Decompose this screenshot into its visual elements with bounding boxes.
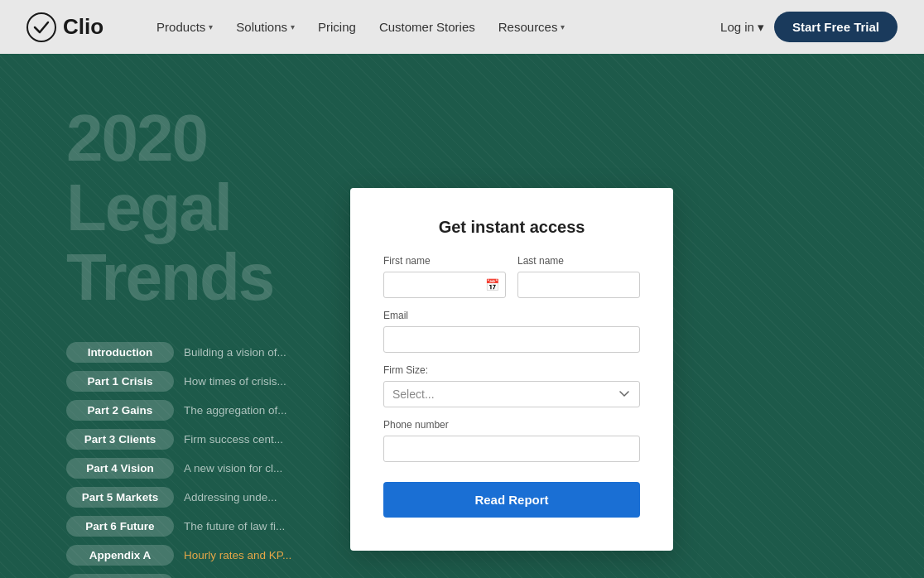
phone-input[interactable]: [383, 436, 640, 462]
hero-content: 2020 Legal Trends Introduction Building …: [0, 54, 356, 578]
nav-links: Products ▾ Solutions ▾ Pricing Customer …: [147, 13, 697, 41]
nav-pricing[interactable]: Pricing: [308, 13, 366, 41]
first-name-label: First name: [383, 255, 506, 267]
read-report-button[interactable]: Read Report: [383, 482, 640, 518]
phone-label: Phone number: [383, 419, 640, 431]
toc-badge-part4[interactable]: Part 4 Vision: [66, 458, 174, 479]
logo[interactable]: Clio: [26, 12, 103, 42]
toc-part5: Part 5 Markets Addressing unde...: [66, 487, 356, 508]
last-name-input[interactable]: [517, 272, 640, 298]
table-of-contents: Introduction Building a vision of... Par…: [66, 342, 356, 578]
login-button[interactable]: Log in ▾: [720, 20, 764, 35]
toc-desc-part4: A new vision for cl...: [184, 462, 282, 474]
firm-size-label: Firm Size:: [383, 364, 640, 376]
toc-badge-part1[interactable]: Part 1 Crisis: [66, 371, 174, 392]
nav-products-label: Products: [156, 20, 205, 34]
modal-title: Get instant access: [383, 218, 640, 237]
firm-size-group: Firm Size: Select... Solo 2-5 6-20 21-50…: [383, 364, 640, 407]
toc-desc-introduction: Building a vision of...: [184, 346, 286, 359]
nav-pricing-label: Pricing: [318, 20, 356, 34]
last-name-group: Last name: [517, 255, 640, 298]
toc-badge-appendix-b[interactable]: Appendix B: [66, 574, 174, 578]
toc-part4: Part 4 Vision A new vision for cl...: [66, 458, 356, 479]
toc-badge-part3[interactable]: Part 3 Clients: [66, 429, 174, 450]
toc-part6: Part 6 Future The future of law fi...: [66, 516, 356, 537]
toc-desc-part2: The aggregation of...: [184, 404, 287, 417]
email-label: Email: [383, 310, 640, 321]
nav-products[interactable]: Products ▾: [147, 13, 223, 41]
first-name-input-wrapper: 📅: [383, 272, 506, 298]
toc-appendix-b: Appendix B Detailed methodolo...: [66, 574, 356, 578]
calendar-icon: 📅: [485, 278, 499, 291]
trial-button[interactable]: Start Free Trial: [774, 12, 898, 42]
nav-resources-chevron: ▾: [561, 22, 565, 31]
toc-desc-part3: Firm success cent...: [184, 433, 283, 446]
toc-desc-part5: Addressing unde...: [184, 491, 277, 503]
toc-badge-part6[interactable]: Part 6 Future: [66, 516, 174, 537]
login-chevron: ▾: [758, 20, 764, 35]
toc-appendix-a: Appendix A Hourly rates and KP...: [66, 545, 356, 566]
toc-desc-appendix-a: Hourly rates and KP...: [184, 549, 291, 561]
nav-solutions-label: Solutions: [236, 20, 287, 34]
toc-badge-part2[interactable]: Part 2 Gains: [66, 400, 174, 421]
hero-title: 2020 Legal Trends: [66, 104, 356, 312]
toc-badge-appendix-a[interactable]: Appendix A: [66, 545, 174, 566]
nav-resources[interactable]: Resources ▾: [488, 13, 575, 41]
toc-desc-part6: The future of law fi...: [184, 520, 285, 532]
toc-badge-part5[interactable]: Part 5 Markets: [66, 487, 174, 508]
email-group: Email: [383, 310, 640, 353]
toc-part1: Part 1 Crisis How times of crisis...: [66, 371, 356, 392]
nav-customer-stories-label: Customer Stories: [379, 20, 475, 34]
nav-solutions-chevron: ▾: [291, 22, 295, 31]
toc-part2: Part 2 Gains The aggregation of...: [66, 400, 356, 421]
name-row: First name 📅 Last name: [383, 255, 640, 298]
hero-title-line2: Trends: [66, 240, 273, 314]
clio-logo-icon: [26, 12, 56, 42]
phone-group: Phone number: [383, 419, 640, 462]
access-form-modal: Get instant access First name 📅 Last nam…: [350, 188, 673, 551]
logo-text: Clio: [63, 14, 103, 40]
toc-introduction: Introduction Building a vision of...: [66, 342, 356, 363]
firm-size-select[interactable]: Select... Solo 2-5 6-20 21-50 51-200 200…: [383, 381, 640, 407]
nav-products-chevron: ▾: [209, 22, 213, 31]
nav-customer-stories[interactable]: Customer Stories: [369, 13, 485, 41]
navbar: Clio Products ▾ Solutions ▾ Pricing Cust…: [0, 0, 924, 54]
first-name-group: First name 📅: [383, 255, 506, 298]
nav-right: Log in ▾ Start Free Trial: [720, 12, 898, 42]
login-label: Log in: [720, 20, 754, 34]
svg-point-0: [27, 13, 55, 41]
nav-resources-label: Resources: [498, 20, 558, 34]
hero-title-line1: 2020 Legal: [66, 101, 231, 244]
toc-part3: Part 3 Clients Firm success cent...: [66, 429, 356, 450]
last-name-label: Last name: [517, 255, 640, 267]
nav-solutions[interactable]: Solutions ▾: [226, 13, 305, 41]
toc-badge-introduction[interactable]: Introduction: [66, 342, 174, 363]
toc-desc-part1: How times of crisis...: [184, 375, 286, 388]
email-input[interactable]: [383, 326, 640, 353]
hero-section: 2020 Legal Trends Introduction Building …: [0, 54, 924, 578]
